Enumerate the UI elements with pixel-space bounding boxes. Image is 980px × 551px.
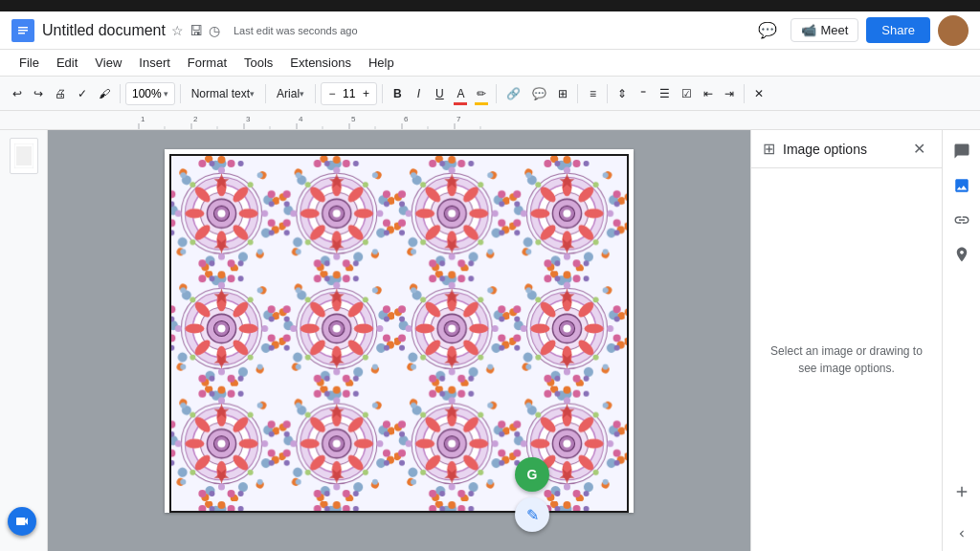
comment-icon-btn[interactable]: 💬 — [752, 15, 783, 46]
meet-icon: 📹 — [801, 23, 816, 37]
svg-rect-92 — [171, 156, 627, 511]
panel-content: Select an image or drawing to see image … — [751, 168, 942, 551]
font-size-decrease[interactable]: − — [325, 84, 339, 103]
decrease-indent-btn[interactable]: ⇤ — [699, 80, 718, 107]
font-size-control[interactable]: − 11 + — [321, 82, 377, 105]
highlight-indicator — [475, 102, 488, 105]
menu-insert[interactable]: Insert — [131, 53, 178, 73]
font-size-increase[interactable]: + — [359, 84, 372, 103]
svg-text:6: 6 — [404, 115, 409, 123]
star-icon[interactable]: ☆ — [171, 23, 184, 38]
menu-file[interactable]: File — [11, 53, 47, 73]
bullet-list-btn[interactable]: ☰ — [655, 80, 675, 107]
toolbar: ↩ ↪ 🖨 ✓ 🖌 100% ▾ Normal text ▾ Arial ▾ −… — [0, 77, 980, 111]
sep8 — [607, 84, 608, 103]
italic-btn[interactable]: I — [409, 80, 428, 107]
image-options-icon-btn[interactable] — [947, 170, 977, 201]
chat-icon-btn[interactable] — [947, 136, 977, 166]
underline-btn[interactable]: U — [430, 80, 449, 107]
svg-rect-26 — [16, 146, 32, 165]
text-color-icon: A — [457, 87, 464, 100]
cloud-icon[interactable]: 🖫 — [189, 23, 203, 38]
style-arrow: ▾ — [250, 89, 255, 99]
meet-label: Meet — [820, 23, 848, 37]
panel-hint: Select an image or drawing to see image … — [767, 342, 926, 377]
menu-bar: File Edit View Insert Format Tools Exten… — [0, 50, 980, 77]
style-dropdown[interactable]: Normal text ▾ — [186, 80, 260, 107]
line-spacing-btn[interactable]: ⇕ — [612, 80, 632, 107]
svg-rect-2 — [18, 30, 28, 32]
clear-format-btn[interactable]: ✕ — [749, 80, 768, 107]
paint-format-btn[interactable]: 🖌 — [94, 80, 115, 107]
page-thumbnail-1[interactable] — [10, 138, 38, 174]
menu-format[interactable]: Format — [180, 53, 234, 73]
panel-header-icon: ⊞ — [763, 140, 775, 158]
history-status-icon[interactable]: ◷ — [209, 23, 220, 38]
text-color-indicator — [454, 102, 467, 105]
image-options-panel: ⊞ Image options ✕ Select an image or dra… — [750, 130, 942, 551]
zoom-value: 100% — [132, 87, 162, 100]
add-section-btn[interactable] — [947, 476, 977, 507]
svg-text:1: 1 — [141, 115, 145, 123]
doc-title-icons: ☆ 🖫 ◷ — [171, 23, 220, 38]
meet-button[interactable]: 📹 Meet — [791, 18, 858, 42]
last-edit-text: Last edit was seconds ago — [234, 25, 358, 36]
font-value: Arial — [277, 87, 300, 100]
ruler-content: 1 2 3 4 5 6 7 — [139, 111, 980, 129]
zoom-control[interactable]: 100% ▾ — [125, 82, 175, 105]
sep4 — [315, 84, 316, 103]
bold-btn[interactable]: B — [388, 80, 407, 107]
menu-help[interactable]: Help — [361, 53, 402, 73]
right-icon-bar — [942, 130, 980, 551]
increase-indent-btn[interactable]: ⇥ — [720, 80, 739, 107]
sep6 — [496, 84, 497, 103]
ruler: 1 2 3 4 5 6 7 — [0, 111, 980, 130]
align-btn[interactable]: ≡ — [583, 80, 602, 107]
app-logo — [11, 19, 34, 42]
numbered-list-btn[interactable]: ⁼ — [634, 80, 653, 107]
svg-text:2: 2 — [193, 115, 198, 123]
doc-image[interactable] — [169, 154, 629, 513]
menu-view[interactable]: View — [87, 53, 129, 73]
font-dropdown[interactable]: Arial ▾ — [271, 80, 310, 107]
sep9 — [744, 84, 745, 103]
font-arrow: ▾ — [300, 89, 304, 99]
sep7 — [577, 84, 578, 103]
text-color-btn[interactable]: A — [451, 80, 470, 107]
checklist-btn[interactable]: ☑ — [677, 80, 697, 107]
google-assistant-btn[interactable]: G — [515, 457, 549, 492]
link-btn[interactable]: 🔗 — [501, 80, 525, 107]
map-pin-icon-btn[interactable] — [947, 239, 977, 270]
doc-title[interactable]: Untitled document — [42, 22, 166, 39]
menu-edit[interactable]: Edit — [49, 53, 85, 73]
style-value: Normal text — [191, 87, 250, 100]
user-avatar[interactable] — [938, 15, 969, 46]
svg-text:3: 3 — [246, 115, 251, 123]
sep2 — [180, 84, 181, 103]
panel-close-btn[interactable]: ✕ — [907, 138, 930, 161]
menu-tools[interactable]: Tools — [236, 53, 280, 73]
doc-page — [165, 149, 634, 513]
left-sidebar — [0, 130, 48, 551]
content-area: G ✎ ⊞ Image options ✕ Select an image or… — [0, 130, 980, 551]
image-btn[interactable]: ⊞ — [553, 80, 572, 107]
comment-btn[interactable]: 💬 — [527, 80, 551, 107]
float-actions: G ✎ — [515, 457, 549, 532]
link-icon-btn[interactable] — [947, 205, 977, 235]
sep5 — [382, 84, 383, 103]
svg-text:4: 4 — [299, 115, 303, 123]
undo-btn[interactable]: ↩ — [8, 80, 27, 107]
edit-float-btn[interactable]: ✎ — [515, 497, 549, 532]
highlight-btn[interactable]: ✏ — [472, 80, 491, 107]
print-btn[interactable]: 🖨 — [50, 80, 71, 107]
share-button[interactable]: Share — [866, 17, 930, 43]
redo-btn[interactable]: ↪ — [29, 80, 48, 107]
expand-panel-btn[interactable] — [952, 524, 971, 543]
svg-rect-3 — [18, 33, 25, 34]
menu-extensions[interactable]: Extensions — [282, 53, 359, 73]
video-call-btn[interactable] — [8, 507, 36, 536]
doc-area[interactable]: G ✎ — [48, 130, 750, 551]
spellcheck-btn[interactable]: ✓ — [73, 80, 92, 107]
svg-text:7: 7 — [457, 115, 461, 123]
doc-title-area: Untitled document ☆ 🖫 ◷ Last edit was se… — [42, 22, 752, 39]
